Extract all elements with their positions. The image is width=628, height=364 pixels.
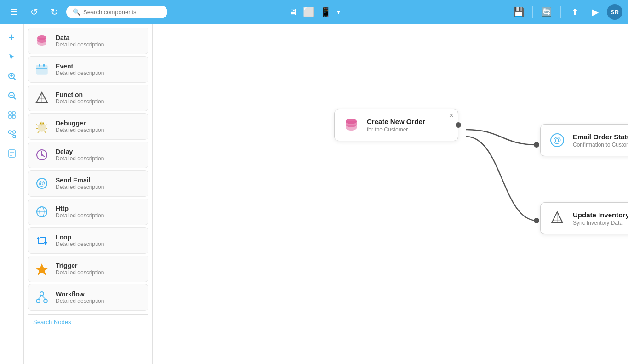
redo-button[interactable]: ↻: [46, 4, 63, 20]
save-button[interactable]: 💾: [510, 4, 527, 20]
svg-point-11: [8, 131, 11, 133]
redo-icon: ↻: [51, 6, 58, 17]
play-button[interactable]: ▶: [587, 4, 603, 20]
menu-icon: ☰: [10, 7, 17, 17]
search-input[interactable]: [83, 9, 161, 16]
component-event[interactable]: Event Detailed description: [28, 56, 148, 83]
create-order-output-dot[interactable]: [456, 122, 461, 128]
delay-info: Delay Detailed description: [56, 148, 104, 162]
send-email-desc: Detailed description: [56, 184, 104, 190]
component-debugger[interactable]: Debugger Detailed description: [28, 113, 148, 140]
component-delay[interactable]: Delay Detailed description: [28, 142, 148, 168]
event-info: Event Detailed description: [56, 63, 104, 76]
search-nodes-button[interactable]: Search Nodes: [28, 314, 148, 329]
trigger-name: Trigger: [56, 262, 104, 269]
update-inventory-info: Update Inventory Sync Inventory Data: [573, 211, 628, 226]
delay-desc: Detailed description: [56, 155, 104, 162]
email-order-info: Email Order Status Confirmation to Custo…: [573, 133, 628, 148]
refresh-button[interactable]: 🔄: [538, 4, 555, 20]
update-inventory-subtitle: Sync Inventory Data: [573, 220, 628, 226]
loop-desc: Detailed description: [56, 241, 104, 247]
svg-marker-48: [44, 242, 47, 245]
debugger-desc: Detailed description: [56, 127, 104, 133]
data-icon: [34, 33, 50, 49]
trigger-icon: [34, 261, 50, 277]
sidebar-zoom-out[interactable]: [4, 87, 20, 104]
loop-info: Loop Detailed description: [56, 233, 104, 247]
send-email-info: Send Email Detailed description: [56, 176, 104, 190]
svg-point-50: [40, 292, 44, 296]
email-order-title: Email Order Status: [573, 133, 628, 141]
sidebar-cursor[interactable]: [4, 49, 20, 65]
create-order-info: Create New Order for the Customer: [367, 118, 451, 133]
svg-rect-21: [36, 65, 47, 74]
create-order-icon: [342, 116, 360, 134]
svg-line-32: [36, 125, 38, 125]
http-icon: [34, 204, 50, 220]
component-loop[interactable]: Loop Detailed description: [28, 227, 148, 254]
svg-line-33: [46, 125, 47, 125]
node-create-order[interactable]: ✕ Create New Order for the Customer: [334, 109, 458, 141]
send-email-name: Send Email: [56, 176, 104, 184]
svg-text:@: @: [553, 136, 561, 145]
avatar[interactable]: SR: [607, 4, 622, 20]
search-icon: 🔍: [73, 8, 80, 16]
svg-rect-23: [43, 64, 45, 67]
svg-marker-47: [36, 237, 40, 239]
menu-button[interactable]: ☰: [6, 4, 22, 20]
event-icon: [34, 61, 50, 78]
export-button[interactable]: ⬆: [566, 4, 583, 20]
svg-rect-9: [9, 115, 11, 118]
svg-point-51: [36, 299, 40, 303]
mobile-icon[interactable]: 📱: [318, 5, 333, 19]
component-function[interactable]: Function Detailed description: [28, 85, 148, 111]
divider: [532, 6, 533, 18]
sidebar-zoom-in[interactable]: [4, 68, 20, 85]
sidebar-plugin[interactable]: [4, 107, 20, 123]
http-name: Http: [56, 205, 104, 212]
node-create-order-close[interactable]: ✕: [449, 112, 454, 119]
sidebar-add[interactable]: +: [4, 29, 20, 46]
svg-point-52: [44, 299, 47, 303]
email-order-icon: @: [548, 131, 566, 149]
component-http[interactable]: Http Detailed description: [28, 199, 148, 225]
event-desc: Detailed description: [56, 70, 104, 76]
delay-name: Delay: [56, 148, 104, 155]
desktop-icon[interactable]: 🖥: [286, 5, 299, 19]
workflow-name: Workflow: [56, 290, 104, 298]
undo-button[interactable]: ↺: [26, 4, 42, 20]
component-panel: Data Detailed description Event Detailed…: [24, 24, 153, 364]
svg-line-37: [45, 131, 46, 133]
data-info: Data Detailed description: [56, 34, 104, 48]
svg-rect-10: [12, 115, 15, 118]
svg-point-30: [40, 123, 41, 124]
sidebar-connect[interactable]: [4, 126, 20, 142]
divider2: [560, 6, 561, 18]
update-inventory-icon: [548, 209, 566, 228]
component-trigger[interactable]: Trigger Detailed description: [28, 256, 148, 282]
svg-point-12: [13, 135, 16, 138]
conn-dot-inventory: [534, 218, 539, 223]
function-desc: Detailed description: [56, 98, 104, 105]
node-email-order[interactable]: ✕ @ Email Order Status Confirmation to C…: [540, 124, 628, 156]
component-send-email[interactable]: @ Send Email Detailed description: [28, 170, 148, 197]
workflow-icon: [34, 289, 50, 306]
svg-line-5: [13, 97, 16, 100]
create-order-title: Create New Order: [367, 118, 451, 125]
data-desc: Detailed description: [56, 41, 104, 48]
workflow-desc: Detailed description: [56, 298, 104, 304]
workflow-info: Workflow Detailed description: [56, 290, 104, 304]
sidebar-document[interactable]: [4, 145, 20, 162]
search-box: 🔍: [66, 6, 167, 18]
tablet-icon[interactable]: ⬜: [301, 5, 316, 19]
main-layout: + Data Detailed description: [0, 24, 628, 364]
function-icon: [34, 90, 50, 106]
chevron-down-icon[interactable]: ▾: [335, 6, 342, 17]
icon-sidebar: +: [0, 24, 24, 364]
topbar-center: 🖥 ⬜ 📱 ▾: [286, 5, 342, 19]
component-workflow[interactable]: Workflow Detailed description: [28, 284, 148, 311]
trigger-info: Trigger Detailed description: [56, 262, 104, 276]
component-data[interactable]: Data Detailed description: [28, 28, 148, 54]
send-email-icon: @: [34, 175, 50, 192]
node-update-inventory[interactable]: ✕ Update Inventory Sync Inventory Data: [540, 202, 628, 234]
